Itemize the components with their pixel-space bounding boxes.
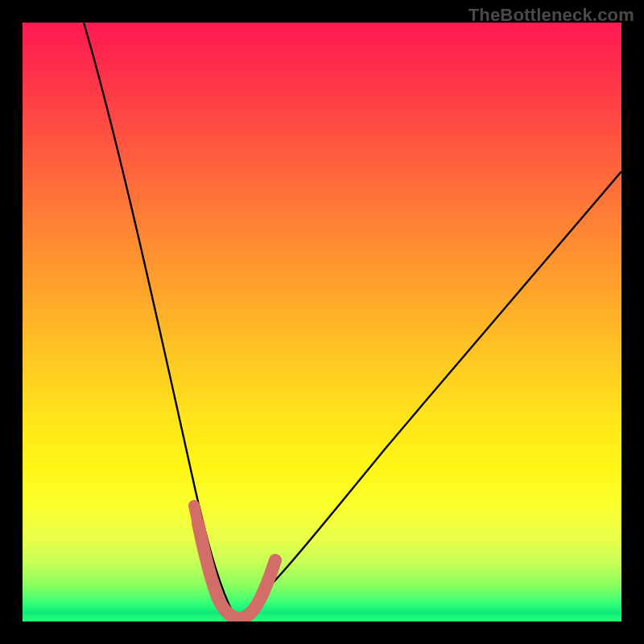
curve-left [84, 23, 236, 618]
curve-layer [23, 23, 621, 621]
valley-marker-upper [194, 506, 201, 538]
watermark-text: TheBottleneck.com [469, 5, 634, 26]
chart-frame: TheBottleneck.com [0, 0, 644, 644]
curve-right [236, 171, 621, 618]
plot-area [23, 23, 621, 621]
valley-marker [198, 523, 275, 618]
